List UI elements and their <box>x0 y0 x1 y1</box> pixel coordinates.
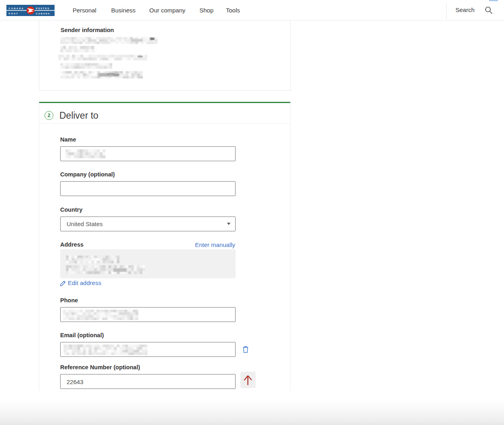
svg-text:POSTES: POSTES <box>36 7 50 10</box>
svg-text:POST: POST <box>9 12 19 15</box>
svg-text:CANADA: CANADA <box>9 7 24 10</box>
svg-text:CANADA: CANADA <box>36 12 51 15</box>
